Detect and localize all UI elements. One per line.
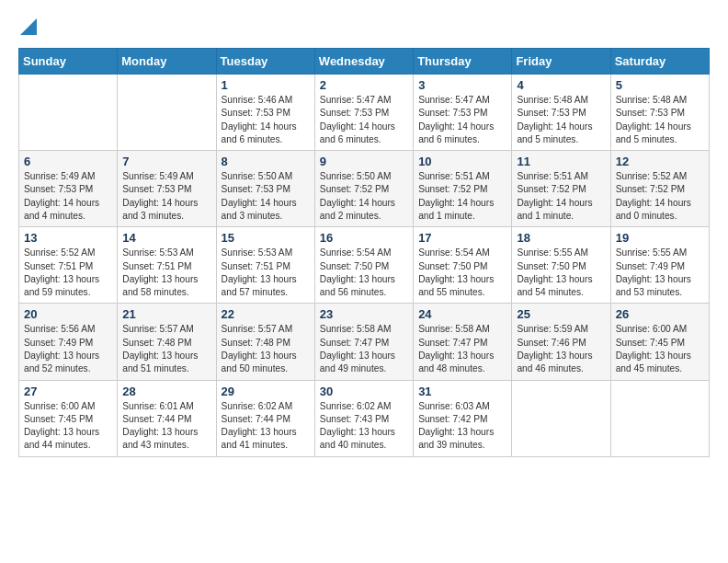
calendar-cell: 16Sunrise: 5:54 AMSunset: 7:50 PMDayligh… — [314, 227, 413, 304]
day-number: 30 — [320, 385, 408, 398]
calendar-cell: 10Sunrise: 5:51 AMSunset: 7:52 PMDayligh… — [414, 151, 512, 227]
calendar-body: 1Sunrise: 5:46 AMSunset: 7:53 PMDaylight… — [19, 75, 710, 457]
calendar-cell: 8Sunrise: 5:50 AMSunset: 7:53 PMDaylight… — [216, 151, 314, 227]
calendar-cell: 9Sunrise: 5:50 AMSunset: 7:52 PMDaylight… — [314, 151, 413, 227]
day-number: 21 — [122, 307, 210, 321]
calendar-cell: 14Sunrise: 5:53 AMSunset: 7:51 PMDayligh… — [118, 227, 216, 304]
calendar-cell: 6Sunrise: 5:49 AMSunset: 7:53 PMDaylight… — [19, 151, 118, 227]
calendar-cell: 24Sunrise: 5:58 AMSunset: 7:47 PMDayligh… — [414, 304, 512, 380]
day-content: Sunrise: 5:52 AMSunset: 7:52 PMDaylight:… — [616, 170, 704, 223]
day-number: 5 — [616, 78, 704, 92]
calendar-cell: 18Sunrise: 5:55 AMSunset: 7:50 PMDayligh… — [512, 227, 610, 304]
weekday-wednesday: Wednesday — [314, 49, 413, 75]
page-header — [18, 18, 710, 39]
day-number: 4 — [517, 78, 605, 92]
day-number: 19 — [616, 231, 704, 245]
calendar-cell: 19Sunrise: 5:55 AMSunset: 7:49 PMDayligh… — [610, 227, 709, 304]
calendar-cell: 23Sunrise: 5:58 AMSunset: 7:47 PMDayligh… — [314, 304, 413, 380]
logo — [18, 18, 37, 39]
calendar-cell: 20Sunrise: 5:56 AMSunset: 7:49 PMDayligh… — [19, 304, 118, 380]
day-number: 29 — [222, 385, 310, 398]
day-content: Sunrise: 6:01 AMSunset: 7:44 PMDaylight:… — [122, 400, 210, 453]
day-number: 31 — [418, 385, 506, 398]
day-content: Sunrise: 5:47 AMSunset: 7:53 PMDaylight:… — [320, 94, 408, 146]
calendar-cell: 13Sunrise: 5:52 AMSunset: 7:51 PMDayligh… — [19, 227, 118, 304]
calendar-cell: 12Sunrise: 5:52 AMSunset: 7:52 PMDayligh… — [610, 151, 709, 227]
day-content: Sunrise: 5:52 AMSunset: 7:51 PMDaylight:… — [24, 247, 112, 299]
weekday-header-row: SundayMondayTuesdayWednesdayThursdayFrid… — [19, 49, 710, 75]
calendar-cell: 30Sunrise: 6:02 AMSunset: 7:43 PMDayligh… — [314, 380, 413, 456]
calendar-cell: 27Sunrise: 6:00 AMSunset: 7:45 PMDayligh… — [19, 380, 118, 456]
calendar-cell — [118, 75, 216, 151]
day-number: 3 — [418, 78, 506, 92]
week-row-2: 6Sunrise: 5:49 AMSunset: 7:53 PMDaylight… — [19, 151, 710, 227]
day-number: 10 — [418, 155, 506, 168]
calendar-cell: 3Sunrise: 5:47 AMSunset: 7:53 PMDaylight… — [414, 75, 512, 151]
day-content: Sunrise: 5:48 AMSunset: 7:53 PMDaylight:… — [616, 94, 704, 146]
day-content: Sunrise: 5:54 AMSunset: 7:50 PMDaylight:… — [418, 247, 506, 299]
calendar-cell: 29Sunrise: 6:02 AMSunset: 7:44 PMDayligh… — [216, 380, 314, 456]
calendar-cell: 22Sunrise: 5:57 AMSunset: 7:48 PMDayligh… — [216, 304, 314, 380]
weekday-thursday: Thursday — [414, 49, 512, 75]
weekday-friday: Friday — [512, 49, 610, 75]
day-number: 6 — [24, 155, 112, 168]
day-number: 2 — [320, 78, 408, 92]
day-number: 26 — [616, 307, 704, 321]
day-number: 16 — [320, 231, 408, 245]
day-number: 9 — [320, 155, 408, 168]
calendar-cell: 31Sunrise: 6:03 AMSunset: 7:42 PMDayligh… — [414, 380, 512, 456]
weekday-sunday: Sunday — [19, 49, 118, 75]
day-content: Sunrise: 5:51 AMSunset: 7:52 PMDaylight:… — [418, 170, 506, 223]
day-content: Sunrise: 5:58 AMSunset: 7:47 PMDaylight:… — [418, 323, 506, 375]
calendar-cell: 7Sunrise: 5:49 AMSunset: 7:53 PMDaylight… — [118, 151, 216, 227]
day-content: Sunrise: 5:47 AMSunset: 7:53 PMDaylight:… — [418, 94, 506, 146]
day-content: Sunrise: 5:54 AMSunset: 7:50 PMDaylight:… — [320, 247, 408, 299]
calendar-cell — [610, 380, 709, 456]
calendar-cell: 11Sunrise: 5:51 AMSunset: 7:52 PMDayligh… — [512, 151, 610, 227]
calendar-cell: 4Sunrise: 5:48 AMSunset: 7:53 PMDaylight… — [512, 75, 610, 151]
day-content: Sunrise: 6:00 AMSunset: 7:45 PMDaylight:… — [616, 323, 704, 375]
week-row-5: 27Sunrise: 6:00 AMSunset: 7:45 PMDayligh… — [19, 380, 710, 456]
calendar-cell: 5Sunrise: 5:48 AMSunset: 7:53 PMDaylight… — [610, 75, 709, 151]
calendar-cell — [512, 380, 610, 456]
day-content: Sunrise: 5:53 AMSunset: 7:51 PMDaylight:… — [122, 247, 210, 299]
calendar-cell: 26Sunrise: 6:00 AMSunset: 7:45 PMDayligh… — [610, 304, 709, 380]
svg-marker-0 — [20, 18, 37, 35]
day-number: 18 — [517, 231, 605, 245]
calendar-cell: 15Sunrise: 5:53 AMSunset: 7:51 PMDayligh… — [216, 227, 314, 304]
day-content: Sunrise: 6:00 AMSunset: 7:45 PMDaylight:… — [24, 400, 112, 453]
day-content: Sunrise: 5:46 AMSunset: 7:53 PMDaylight:… — [222, 94, 310, 146]
day-content: Sunrise: 6:02 AMSunset: 7:44 PMDaylight:… — [222, 400, 310, 453]
day-number: 25 — [517, 307, 605, 321]
calendar-table: SundayMondayTuesdayWednesdayThursdayFrid… — [18, 48, 710, 457]
day-number: 12 — [616, 155, 704, 168]
day-number: 13 — [24, 231, 112, 245]
day-content: Sunrise: 5:59 AMSunset: 7:46 PMDaylight:… — [517, 323, 605, 375]
day-content: Sunrise: 5:57 AMSunset: 7:48 PMDaylight:… — [222, 323, 310, 375]
day-content: Sunrise: 5:49 AMSunset: 7:53 PMDaylight:… — [122, 170, 210, 223]
day-number: 20 — [24, 307, 112, 321]
day-number: 27 — [24, 385, 112, 398]
day-content: Sunrise: 5:56 AMSunset: 7:49 PMDaylight:… — [24, 323, 112, 375]
day-content: Sunrise: 5:55 AMSunset: 7:49 PMDaylight:… — [616, 247, 704, 299]
day-number: 24 — [418, 307, 506, 321]
week-row-4: 20Sunrise: 5:56 AMSunset: 7:49 PMDayligh… — [19, 304, 710, 380]
day-content: Sunrise: 5:50 AMSunset: 7:53 PMDaylight:… — [222, 170, 310, 223]
week-row-1: 1Sunrise: 5:46 AMSunset: 7:53 PMDaylight… — [19, 75, 710, 151]
day-number: 23 — [320, 307, 408, 321]
day-number: 15 — [222, 231, 310, 245]
calendar-cell: 25Sunrise: 5:59 AMSunset: 7:46 PMDayligh… — [512, 304, 610, 380]
day-content: Sunrise: 5:55 AMSunset: 7:50 PMDaylight:… — [517, 247, 605, 299]
day-content: Sunrise: 5:53 AMSunset: 7:51 PMDaylight:… — [222, 247, 310, 299]
day-number: 11 — [517, 155, 605, 168]
day-content: Sunrise: 5:58 AMSunset: 7:47 PMDaylight:… — [320, 323, 408, 375]
day-number: 1 — [222, 78, 310, 92]
weekday-saturday: Saturday — [610, 49, 709, 75]
calendar-cell: 21Sunrise: 5:57 AMSunset: 7:48 PMDayligh… — [118, 304, 216, 380]
logo-arrow-icon — [20, 18, 37, 35]
calendar-cell: 1Sunrise: 5:46 AMSunset: 7:53 PMDaylight… — [216, 75, 314, 151]
calendar-cell: 28Sunrise: 6:01 AMSunset: 7:44 PMDayligh… — [118, 380, 216, 456]
day-content: Sunrise: 5:50 AMSunset: 7:52 PMDaylight:… — [320, 170, 408, 223]
weekday-monday: Monday — [118, 49, 216, 75]
day-number: 7 — [122, 155, 210, 168]
